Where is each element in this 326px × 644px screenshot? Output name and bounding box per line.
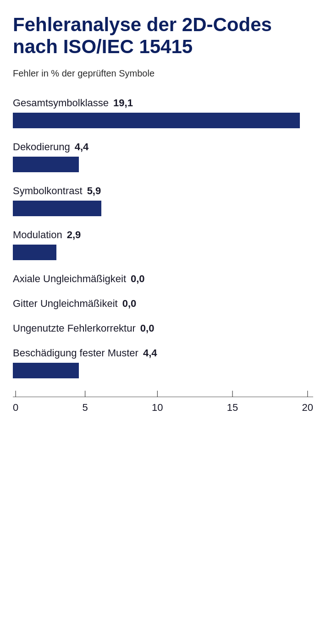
x-tick-label-3: 15 [227, 402, 238, 414]
x-axis-row: 05101520 [13, 397, 313, 414]
bar-0 [13, 113, 300, 128]
x-tick-label-4: 20 [302, 402, 313, 414]
page-title: Fehleranalyse der 2D-Codes nach ISO/IEC … [13, 14, 313, 58]
metric-label-row-1: Dekodierung4,4 [13, 141, 313, 153]
subtitle: Fehler in % der geprüften Symbole [13, 68, 313, 79]
bar-container-0 [13, 113, 313, 128]
metric-block-7: Beschädigung fester Muster4,4 [13, 347, 313, 378]
metric-block-3: Modulation2,9 [13, 229, 313, 260]
metric-name-0: Gesamtsymbolklasse [13, 97, 109, 109]
metric-label-row-2: Symbolkontrast5,9 [13, 185, 313, 197]
metric-label-row-5: Gitter Ungleichmäßikeit0,0 [13, 298, 313, 310]
metric-name-3: Modulation [13, 229, 62, 241]
metric-value-5: 0,0 [122, 298, 137, 310]
metric-name-6: Ungenutzte Fehlerkorrektur [13, 322, 136, 334]
bar-container-3 [13, 245, 313, 260]
x-tick-label-1: 5 [83, 402, 88, 414]
bar-7 [13, 363, 79, 378]
metric-label-row-6: Ungenutzte Fehlerkorrektur0,0 [13, 322, 313, 334]
metric-block-0: Gesamtsymbolklasse19,1 [13, 97, 313, 128]
metric-value-0: 19,1 [113, 97, 133, 109]
bar-container-2 [13, 201, 313, 216]
x-tick-label-2: 10 [152, 402, 163, 414]
metric-block-2: Symbolkontrast5,9 [13, 185, 313, 216]
metric-name-1: Dekodierung [13, 141, 70, 153]
x-tick-4: 20 [302, 400, 313, 414]
metric-block-4: Axiale Ungleichmäßigkeit0,0 [13, 273, 313, 285]
chart-x-axis: 05101520 [13, 397, 313, 414]
metrics-list: Gesamtsymbolklasse19,1Dekodierung4,4Symb… [13, 97, 313, 378]
bar-2 [13, 201, 101, 216]
bar-container-7 [13, 363, 313, 378]
metric-label-row-7: Beschädigung fester Muster4,4 [13, 347, 313, 359]
metric-value-6: 0,0 [140, 322, 155, 334]
x-tick-0: 0 [13, 400, 18, 414]
metric-label-row-3: Modulation2,9 [13, 229, 313, 241]
metric-name-4: Axiale Ungleichmäßigkeit [13, 273, 126, 285]
bar-1 [13, 157, 79, 172]
metric-value-7: 4,4 [143, 347, 157, 359]
metric-value-2: 5,9 [87, 185, 101, 197]
metric-value-4: 0,0 [131, 273, 145, 285]
metric-name-5: Gitter Ungleichmäßikeit [13, 298, 118, 310]
metric-label-row-4: Axiale Ungleichmäßigkeit0,0 [13, 273, 313, 285]
x-tick-1: 5 [83, 400, 88, 414]
metric-value-1: 4,4 [75, 141, 89, 153]
metric-name-7: Beschädigung fester Muster [13, 347, 138, 359]
bar-container-1 [13, 157, 313, 172]
metric-block-6: Ungenutzte Fehlerkorrektur0,0 [13, 322, 313, 334]
bar-3 [13, 245, 56, 260]
metric-block-1: Dekodierung4,4 [13, 141, 313, 172]
metric-label-row-0: Gesamtsymbolklasse19,1 [13, 97, 313, 109]
metric-block-5: Gitter Ungleichmäßikeit0,0 [13, 298, 313, 310]
x-tick-label-0: 0 [13, 402, 18, 414]
x-tick-3: 15 [227, 400, 238, 414]
metric-value-3: 2,9 [67, 229, 81, 241]
x-tick-2: 10 [152, 400, 163, 414]
metric-name-2: Symbolkontrast [13, 185, 83, 197]
